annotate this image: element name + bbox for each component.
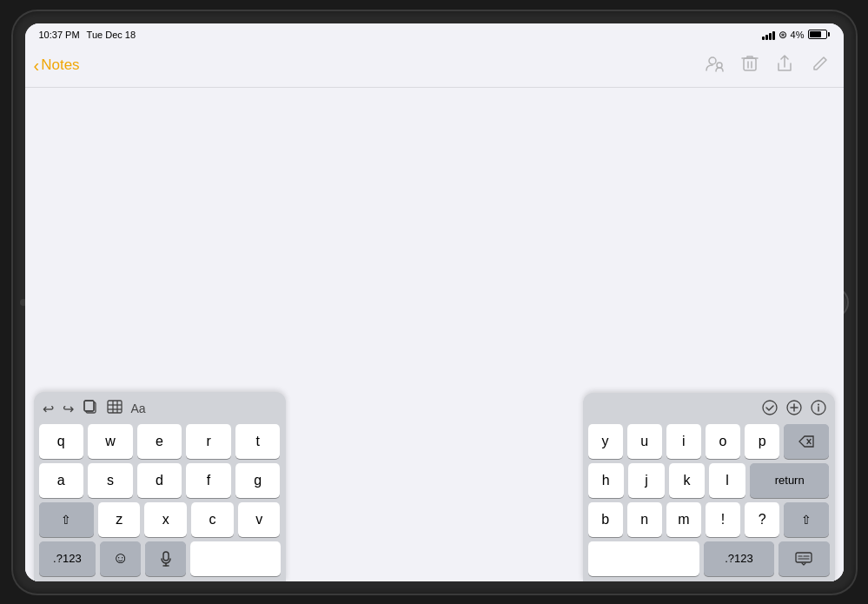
ipad-frame: 10:37 PM Tue Dec 18 ⊛ 4%	[13, 11, 856, 594]
key-g[interactable]: g	[235, 463, 281, 498]
signal-bar-2	[765, 35, 768, 40]
keyboard-right: y u i o p	[583, 393, 835, 581]
svg-point-0	[709, 57, 716, 64]
keyboard-left: ↩ ↪	[34, 392, 286, 581]
numbers-key-left[interactable]: .?123	[39, 541, 96, 576]
key-o[interactable]: o	[706, 424, 740, 459]
key-c[interactable]: c	[191, 502, 234, 537]
key-x[interactable]: x	[144, 502, 187, 537]
space-key-left[interactable]	[190, 541, 280, 576]
key-z[interactable]: z	[98, 502, 141, 537]
battery-fill	[810, 31, 822, 37]
key-p[interactable]: p	[745, 424, 779, 459]
nav-left: ‹ Notes	[34, 56, 80, 74]
key-b[interactable]: b	[588, 502, 623, 537]
numbers-key-right[interactable]: .?123	[704, 541, 775, 576]
signal-bar-1	[762, 37, 765, 40]
key-exclaim[interactable]: !	[706, 502, 740, 537]
info-circle-icon[interactable]	[811, 400, 826, 419]
svg-point-20	[818, 403, 819, 405]
key-l[interactable]: l	[709, 463, 745, 498]
keyboard-dismiss-key[interactable]	[779, 541, 829, 576]
left-row-3: ⇧ z x c v	[39, 502, 281, 537]
back-button[interactable]: ‹ Notes	[34, 56, 80, 74]
redo-icon[interactable]: ↪	[63, 401, 74, 417]
format-icon[interactable]: Aa	[131, 402, 146, 415]
table-icon[interactable]	[107, 400, 123, 418]
trash-icon[interactable]	[741, 54, 759, 77]
signal-bar-4	[772, 31, 775, 40]
ipad-screen: 10:37 PM Tue Dec 18 ⊛ 4%	[25, 23, 844, 581]
back-label: Notes	[41, 56, 79, 74]
share-icon[interactable]	[776, 54, 793, 77]
mic-key[interactable]	[145, 541, 186, 576]
right-row-1: y u i o p	[588, 424, 830, 459]
status-right: ⊛ 4%	[762, 29, 830, 41]
key-i[interactable]: i	[666, 424, 701, 459]
key-u[interactable]: u	[627, 424, 662, 459]
key-a[interactable]: a	[39, 463, 84, 498]
battery-outline	[808, 30, 827, 39]
key-r[interactable]: r	[186, 424, 231, 459]
svg-rect-11	[163, 552, 169, 561]
left-row-1: q w e r t	[39, 424, 281, 459]
key-v[interactable]: v	[238, 502, 281, 537]
signal-bar-3	[769, 33, 772, 40]
return-key[interactable]: return	[750, 463, 830, 498]
svg-point-1	[717, 63, 722, 68]
left-bottom-row: .?123 ☺	[39, 541, 281, 581]
key-question[interactable]: ?	[745, 502, 779, 537]
content-area[interactable]: ↩ ↪	[25, 88, 844, 581]
compose-icon[interactable]	[811, 54, 830, 77]
svg-point-14	[763, 401, 777, 415]
nav-bar: ‹ Notes	[25, 46, 844, 88]
key-s[interactable]: s	[88, 463, 133, 498]
key-e[interactable]: e	[137, 424, 182, 459]
checkmark-icon[interactable]	[762, 400, 778, 419]
key-k[interactable]: k	[669, 463, 706, 498]
key-t[interactable]: t	[235, 424, 281, 459]
svg-rect-23	[796, 553, 812, 562]
keyboard-area: ↩ ↪	[25, 408, 844, 581]
date-display: Tue Dec 18	[87, 30, 136, 40]
left-keyboard-rows: q w e r t a s d f g	[39, 424, 281, 537]
svg-rect-2	[744, 58, 756, 70]
right-keyboard-rows: y u i o p	[588, 424, 830, 537]
time-display: 10:37 PM	[39, 30, 80, 40]
key-f[interactable]: f	[186, 463, 231, 498]
paste-icon[interactable]	[83, 399, 98, 419]
wifi-label: ⊛	[779, 29, 787, 41]
key-d[interactable]: d	[137, 463, 182, 498]
undo-icon[interactable]: ↩	[43, 401, 54, 417]
right-row-2: h j k l return	[588, 463, 830, 498]
status-left: 10:37 PM Tue Dec 18	[39, 30, 136, 40]
key-j[interactable]: j	[628, 463, 665, 498]
shift-key-left[interactable]: ⇧	[39, 502, 94, 537]
key-h[interactable]: h	[588, 463, 625, 498]
key-q[interactable]: q	[39, 424, 84, 459]
back-chevron-icon: ‹	[34, 56, 40, 74]
svg-rect-4	[84, 401, 94, 411]
svg-rect-6	[108, 401, 122, 413]
collaborate-icon[interactable]	[705, 54, 724, 77]
space-key-right[interactable]	[588, 541, 699, 576]
add-circle-icon[interactable]	[786, 400, 802, 419]
nav-right	[705, 54, 830, 77]
signal-percent: 4%	[791, 30, 805, 40]
right-keyboard-toolbar	[588, 398, 830, 424]
key-w[interactable]: w	[88, 424, 133, 459]
key-m[interactable]: m	[666, 502, 701, 537]
status-bar: 10:37 PM Tue Dec 18 ⊛ 4%	[25, 23, 844, 46]
shift-key-right[interactable]: ⇧	[784, 502, 829, 537]
key-n[interactable]: n	[627, 502, 662, 537]
emoji-key[interactable]: ☺	[100, 541, 141, 576]
battery-indicator	[808, 30, 830, 39]
left-row-2: a s d f g	[39, 463, 281, 498]
right-bottom-row: .?123	[588, 541, 830, 581]
backspace-key[interactable]	[784, 424, 829, 459]
key-y[interactable]: y	[588, 424, 623, 459]
left-keyboard-toolbar: ↩ ↪	[39, 397, 281, 424]
battery-tip	[828, 32, 830, 37]
right-row-3: b n m ! ? ⇧	[588, 502, 830, 537]
signal-bars	[762, 30, 775, 40]
